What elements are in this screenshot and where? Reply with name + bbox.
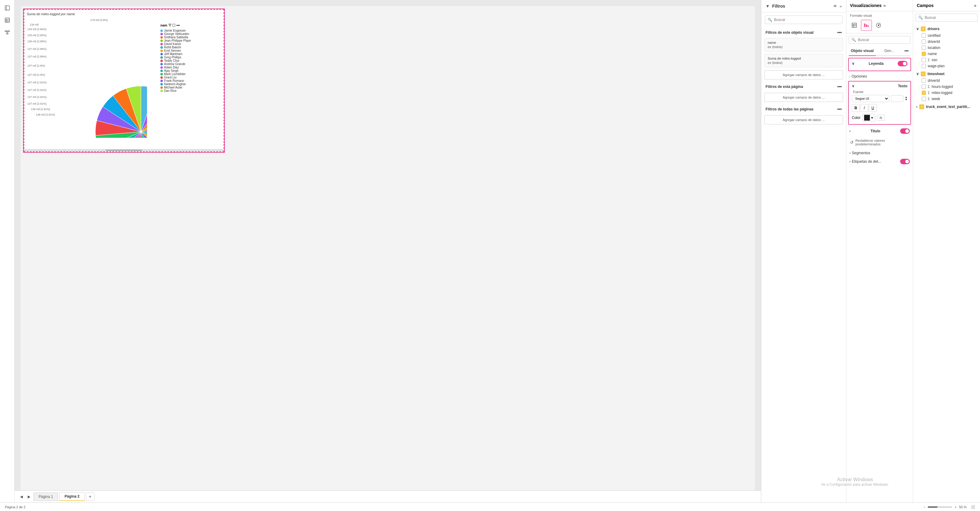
bold-btn[interactable]: B [852,104,860,112]
location-checkbox[interactable] [922,46,926,50]
fields-expand-icon[interactable]: » [974,3,976,8]
truck-group-header[interactable]: › ≡ truck_event_text_partiti... [913,103,980,110]
more-legend-icon[interactable]: ••• [177,24,180,27]
filters-page-section: Filtros de esta página ••• [761,81,846,91]
table-icon[interactable] [2,14,13,26]
viz-panel: Visualizaciones » Formato visual [846,0,913,503]
viz-expand-icon[interactable]: » [883,3,886,8]
filter-card-name[interactable]: name es (todos) [764,38,843,51]
truck-chevron: › [916,105,918,109]
hours-logged-checkbox[interactable] [922,85,926,89]
prev-page-btn[interactable]: ◀ [18,493,25,500]
leyenda-toggle[interactable] [898,61,907,66]
font-dropdown[interactable]: Segoe UI [852,95,889,102]
viz-search-box[interactable]: 🔍 [849,36,910,44]
week-checkbox[interactable] [922,97,926,101]
filters-search-input[interactable] [774,18,840,22]
fields-panel: Campos » 🔍 ∨ ≡ drivers certifie [913,0,980,503]
fields-list: ∨ ≡ drivers certified driverId loca [913,24,980,503]
etiquetas-toggle[interactable] [900,159,910,164]
model-icon[interactable] [2,27,13,38]
field-hours-logged[interactable]: Σ hours-logged [913,84,980,90]
field-week[interactable]: Σ week [913,96,980,102]
add-page-fields-btn[interactable]: Agregar campos de datos ... [764,93,843,102]
timesheet-group-header[interactable]: ∨ ≡ timesheet [913,70,980,78]
zoom-plus-icon[interactable]: + [955,505,956,509]
tab-page2[interactable]: Página 2 [59,492,84,501]
home-icon[interactable] [2,2,13,13]
leyenda-header: ∨ Leyenda [852,61,907,66]
field-driverId[interactable]: driverId [913,38,980,45]
drivers-group-header[interactable]: ∨ ≡ drivers [913,25,980,32]
add-all-fields-btn[interactable]: Agregar campos de datos ... [764,115,843,125]
viz-search-input[interactable] [858,38,908,42]
font-size-spinner[interactable]: ▲ ▼ [905,96,907,101]
filters-all-more[interactable]: ••• [837,107,842,112]
legend-item: Teddy Choi [161,59,221,62]
color-chevron[interactable]: ▼ [871,116,874,120]
chart-visual[interactable]: Suma de miles-logged por name 134 mil 13… [24,9,224,152]
driverId-checkbox[interactable] [922,40,926,44]
ts-driverId-label: driverId [928,78,940,83]
fx-btn[interactable]: fx [877,115,885,121]
add-visual-fields-btn[interactable]: Agregar campos de datos ... [764,70,843,79]
zoom-minus-icon[interactable]: − [923,505,925,509]
svg-rect-16 [866,24,867,27]
opciones-row[interactable]: › Opciones [846,73,913,80]
tab-page1[interactable]: Página 1 [33,492,58,501]
filter-expand-icon[interactable]: » [840,4,842,8]
texto-collapse-icon[interactable]: ∨ [852,84,854,88]
certified-checkbox[interactable] [922,34,926,38]
filters-header-icons: 👁 » [833,4,842,8]
zoom-slider[interactable] [928,506,952,508]
tab-objeto-visual[interactable]: Objeto visual [849,46,876,55]
titulo-row[interactable]: › Título [846,126,913,136]
field-location[interactable]: location [913,45,980,51]
filters-search-box[interactable]: 🔍 [765,16,842,24]
add-page-btn[interactable]: + [86,492,94,501]
font-size-input[interactable]: 15 [891,95,903,102]
filter-legend-icon[interactable]: ▽ [169,23,171,27]
ssn-checkbox[interactable] [922,58,926,62]
viz-analytics-btn[interactable] [873,20,884,31]
filter-card-miles[interactable]: Suma de miles-logged es (todos) [764,54,843,67]
italic-btn[interactable]: I [860,104,868,112]
leyenda-collapse-icon[interactable]: ∨ [852,61,854,66]
color-swatch-btn[interactable]: ▼ [862,114,875,122]
segmentos-row[interactable]: › Segmentos [846,149,913,157]
miles-logged-label: miles-logged [932,91,952,95]
truck-table-icon: ≡ [919,104,924,109]
field-certified[interactable]: certified [913,32,980,38]
next-page-btn[interactable]: ▶ [26,493,32,500]
canvas-area: Suma de miles-logged por name 134 mil 13… [14,0,761,503]
field-miles-logged[interactable]: Σ miles-logged [913,90,980,96]
fit-page-icon[interactable]: ⬜ [971,505,975,509]
miles-sigma: Σ [928,91,930,94]
filters-page-more[interactable]: ••• [837,84,842,89]
viz-format-btn[interactable] [861,20,872,31]
fields-search-box[interactable]: 🔍 [916,14,978,22]
tab-more-btn[interactable]: ••• [902,46,910,55]
etiquetas-row[interactable]: › Etiquetas de det... [846,157,913,166]
expand-legend-icon[interactable]: ⬚ [172,23,175,27]
ts-driverId-checkbox[interactable] [922,78,926,83]
tab-general[interactable]: Gen... [876,46,903,55]
miles-logged-checkbox[interactable] [922,91,926,95]
wage-plan-checkbox[interactable] [922,64,926,68]
texto-section: ∨ Texto Fuente Segoe UI 15 ▲ ▼ [848,81,911,125]
color-swatch [864,115,870,121]
name-checkbox[interactable] [922,52,926,56]
field-wage-plan[interactable]: wage-plan [913,63,980,69]
filters-visual-more[interactable]: ••• [837,30,842,35]
reset-icon[interactable]: ↺ [850,140,854,145]
zoom-controls: − + 50 % ⬜ [923,505,975,509]
field-ssn[interactable]: Σ ssn [913,57,980,63]
field-ts-driverId[interactable]: driverId [913,78,980,84]
report-canvas[interactable]: Suma de miles-logged por name 134 mil 13… [21,6,755,490]
underline-btn[interactable]: U [869,104,877,112]
fields-search-input[interactable] [925,16,975,20]
field-name[interactable]: name [913,51,980,57]
viz-table-btn[interactable] [849,20,860,31]
titulo-toggle[interactable] [900,128,910,134]
filter-eye-icon[interactable]: 👁 [833,4,837,8]
